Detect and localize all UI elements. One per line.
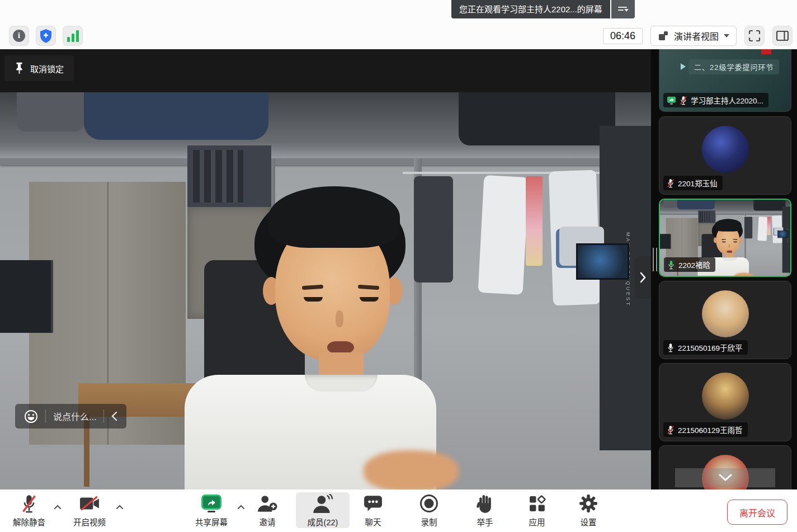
scene-shape — [663, 200, 677, 208]
participants-panel: 二、22级学委提问环节 学习部主持人22020. — [659, 49, 797, 489]
chat-bubble-icon — [364, 495, 383, 512]
avatar — [702, 290, 749, 337]
scene-shape — [0, 260, 53, 333]
security-shield-icon — [39, 29, 53, 43]
avatar — [702, 373, 749, 420]
slide-title: 二、22级学委提问环节 — [688, 59, 779, 74]
scene-shape — [715, 219, 742, 231]
start-video-button[interactable]: 开启视频 — [63, 492, 116, 528]
chevron-left-icon[interactable] — [111, 411, 117, 421]
mic-muted-icon — [667, 425, 675, 435]
notification-menu-button[interactable] — [611, 0, 635, 18]
scene-shape — [414, 176, 453, 283]
participant-tile-active-speaker[interactable]: MAN OF CONQUEST 2202褚晗 — [659, 199, 791, 277]
scene-shape — [478, 175, 529, 295]
settings-label: 设置 — [581, 516, 597, 528]
participant-name: 2201郑玉仙 — [678, 177, 718, 189]
apps-label: 应用 — [529, 516, 545, 528]
scene-shape — [304, 297, 323, 302]
participant-tile[interactable]: 2215050169于欣平 — [659, 281, 791, 359]
scene-shape — [660, 234, 671, 249]
settings-button[interactable]: 设置 — [562, 492, 615, 528]
leave-meeting-button[interactable]: 离开会议 — [727, 500, 787, 525]
quick-chat-bar[interactable]: 说点什么... — [15, 404, 126, 429]
chevron-down-icon — [724, 34, 729, 37]
invite-button[interactable]: 邀请 — [240, 492, 294, 528]
unpin-label: 取消锁定 — [30, 63, 64, 74]
notification-text: 您正在观看学习部主持人2202...的屏幕 — [451, 0, 610, 18]
meeting-info-button[interactable]: i — [9, 26, 29, 46]
scene-shape — [268, 186, 400, 248]
members-icon — [312, 494, 333, 513]
slide-red-mark — [761, 49, 771, 54]
participant-name-pill: 2215050169于欣平 — [663, 340, 748, 355]
participant-name-pill: 2201郑玉仙 — [663, 176, 723, 190]
scene-shape — [576, 243, 629, 280]
raise-hand-icon — [477, 494, 494, 514]
view-mode-label: 演讲者视图 — [674, 29, 719, 43]
divider — [45, 409, 46, 423]
side-panel-button[interactable] — [772, 26, 793, 46]
scene-shape — [327, 341, 354, 354]
record-button[interactable]: 录制 — [402, 492, 456, 528]
participant-tile[interactable] — [659, 445, 791, 489]
fullscreen-icon — [748, 30, 761, 42]
fullscreen-button[interactable] — [744, 26, 765, 46]
main-region: MAN OF CONQUEST 取消锁定 — [0, 49, 797, 489]
mic-active-icon — [667, 260, 675, 270]
participant-tile-screenshare[interactable]: 二、22级学委提问环节 学习部主持人22020. — [659, 49, 791, 112]
monitor-stand — [207, 511, 215, 512]
participant-name: 学习部主持人22020... — [691, 95, 763, 106]
scene-shape — [728, 244, 730, 248]
unmute-label: 解除静音 — [13, 516, 45, 528]
members-button[interactable]: 成员(22) — [296, 492, 350, 528]
scene-shape — [734, 273, 754, 276]
video-options-caret[interactable] — [116, 502, 124, 512]
audio-options-caret[interactable] — [54, 502, 62, 512]
network-signal-icon — [67, 30, 79, 42]
participant-tile[interactable]: 2215060129王雨哲 — [659, 363, 791, 441]
pin-icon — [15, 62, 24, 75]
mic-muted-icon — [680, 96, 687, 105]
toolbar-left-group: i — [9, 26, 83, 46]
members-label: 成员(22) — [308, 516, 338, 528]
meeting-timer: 06:46 — [603, 28, 643, 44]
chevron-up-icon — [116, 505, 124, 510]
security-button[interactable] — [36, 26, 56, 46]
chat-button[interactable]: 聊天 — [346, 492, 400, 528]
scene-shape — [336, 310, 343, 327]
scene-shape — [777, 230, 788, 238]
record-label: 录制 — [421, 516, 437, 528]
info-icon: i — [13, 30, 25, 42]
meeting-app-window: i 06:46 演讲者视图 — [0, 0, 797, 532]
apps-button[interactable]: 应用 — [510, 492, 564, 528]
raise-hand-button[interactable]: 举手 — [458, 492, 512, 528]
main-stage: MAN OF CONQUEST 取消锁定 — [0, 49, 651, 489]
unmute-button[interactable]: 解除静音 — [2, 492, 56, 528]
mic-muted-icon — [667, 178, 675, 188]
scene-shape — [459, 92, 615, 145]
scene-shape — [17, 92, 84, 131]
scene-shape — [305, 375, 378, 392]
scene-shape — [364, 450, 459, 489]
chat-input-placeholder[interactable]: 说点什么... — [53, 409, 96, 423]
participant-tile[interactable]: 2201郑玉仙 — [659, 116, 791, 195]
scene-shape — [753, 200, 785, 210]
participant-name-pill: 学习部主持人22020... — [663, 93, 768, 107]
network-quality-button[interactable] — [63, 26, 83, 46]
panel-resize-divider[interactable] — [651, 49, 659, 489]
scene-shape — [677, 200, 715, 209]
expand-panel-handle[interactable] — [634, 256, 651, 299]
emoji-icon[interactable] — [24, 409, 38, 423]
participant-name: 2202褚晗 — [678, 259, 710, 270]
view-mode-button[interactable]: 演讲者视图 — [650, 26, 737, 46]
apps-grid-icon — [528, 495, 546, 513]
speaker-view-icon — [658, 30, 669, 41]
scene-shape — [767, 217, 771, 236]
participant-name-pill: 2202褚晗 — [664, 257, 715, 272]
share-screen-button[interactable]: 共享屏幕 — [185, 492, 238, 528]
unpin-button[interactable]: 取消锁定 — [4, 55, 74, 81]
divider — [103, 409, 104, 423]
record-icon — [419, 494, 438, 513]
scroll-down-button[interactable] — [675, 468, 775, 487]
